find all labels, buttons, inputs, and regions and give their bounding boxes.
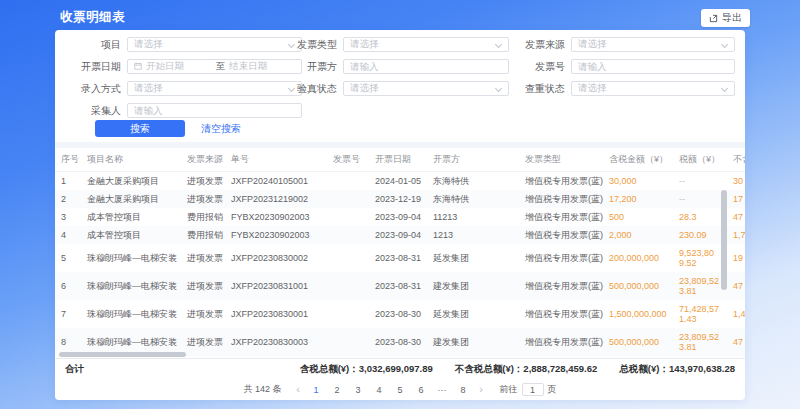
clear-search-link[interactable]: 清空搜索 bbox=[201, 122, 241, 136]
page-ellipsis[interactable]: ··· bbox=[437, 385, 448, 395]
table-row: 5珠穆朗玛峰—电梯安装进项发票JXFP202308300022023-08-31… bbox=[55, 244, 745, 272]
table-cell: 11213 bbox=[427, 208, 519, 226]
table-cell: 500 bbox=[603, 208, 673, 226]
table-cell: 进项发票 bbox=[181, 328, 225, 356]
invoice-date-label: 开票日期 bbox=[69, 60, 121, 74]
table-cell: 23,809,523.81 bbox=[673, 328, 727, 356]
total-without-tax: 不含税总额(¥)：2,888,728,459.62 bbox=[455, 363, 598, 376]
next-page-button[interactable]: › bbox=[476, 385, 487, 394]
table-row: 1金融大厦采购项目进项发票JXFP202401050012024-01-05东海… bbox=[55, 172, 745, 191]
table-cell: JXFP20240105001 bbox=[225, 172, 327, 191]
table-cell: 23,809,523.81 bbox=[673, 272, 727, 300]
invoice-date-range-picker[interactable]: 开始日期 至 结束日期 bbox=[127, 59, 302, 74]
table-cell: 3 bbox=[55, 208, 81, 226]
table-cell: 30,000 bbox=[603, 172, 673, 191]
goto-page: 前往 页 bbox=[500, 383, 557, 396]
filter-column-3: 发票来源 请选择 发票号 查重状态 请选择 bbox=[505, 30, 735, 96]
table-cell: 71,428,571.43 bbox=[673, 300, 727, 328]
entry-method-placeholder: 请选择 bbox=[134, 82, 163, 95]
table-cell: 进项发票 bbox=[181, 244, 225, 272]
table-cell: 1 bbox=[55, 172, 81, 191]
table-row: 4成本管控项目费用报销FYBX202309020032023-09-041213… bbox=[55, 226, 745, 244]
table-cell: 28.3 bbox=[673, 208, 727, 226]
page-number[interactable]: 1 bbox=[311, 385, 322, 395]
column-header: 项目名称 bbox=[81, 148, 181, 172]
page-list: 123456···8 bbox=[311, 385, 469, 395]
project-placeholder: 请选择 bbox=[134, 38, 163, 51]
search-button[interactable]: 搜索 bbox=[95, 120, 185, 137]
project-select[interactable]: 请选择 bbox=[127, 37, 302, 52]
table-cell: 47 bbox=[727, 208, 745, 226]
export-button[interactable]: 导出 bbox=[701, 9, 750, 27]
goto-label: 前往 bbox=[500, 383, 518, 396]
table-row: 2金融大厦采购项目进项发票JXFP202312190022023-12-19东海… bbox=[55, 190, 745, 208]
table-cell: 增值税专用发票(蓝) bbox=[519, 208, 603, 226]
table-cell: 2023-08-31 bbox=[369, 272, 427, 300]
invoice-type-select[interactable]: 请选择 bbox=[343, 37, 509, 52]
table-cell: 成本管控项目 bbox=[81, 208, 181, 226]
table-cell: JXFP20230831001 bbox=[225, 272, 327, 300]
invoice-source-select[interactable]: 请选择 bbox=[571, 37, 735, 52]
dup-check-status-select[interactable]: 请选择 bbox=[571, 81, 735, 96]
verify-status-select[interactable]: 请选择 bbox=[343, 81, 509, 96]
goto-suffix: 页 bbox=[548, 383, 557, 396]
table-cell: 5 bbox=[55, 244, 81, 272]
table-cell: 费用报销 bbox=[181, 226, 225, 244]
table-cell bbox=[327, 328, 369, 356]
table-cell: 47 bbox=[727, 328, 745, 356]
table-cell: 230.09 bbox=[673, 226, 727, 244]
table-cell: 建发集团 bbox=[427, 328, 519, 356]
page-number[interactable]: 4 bbox=[374, 385, 385, 395]
table-cell: 19 bbox=[727, 244, 745, 272]
issuer-field-wrap bbox=[343, 59, 509, 74]
table-cell: -- bbox=[673, 190, 727, 208]
table-cell: 200,000,000 bbox=[603, 244, 673, 272]
page-number[interactable]: 5 bbox=[395, 385, 406, 395]
column-header: 税额（¥） bbox=[673, 148, 727, 172]
goto-page-input[interactable] bbox=[522, 383, 544, 396]
table-row: 6珠穆朗玛峰—电梯安装进项发票JXFP202308310012023-08-31… bbox=[55, 272, 745, 300]
table-cell: 2024-01-05 bbox=[369, 172, 427, 191]
table-viewport: 序号项目名称发票来源单号发票号开票日期开票方发票类型含税金额（¥）税额（¥）不含… bbox=[55, 148, 745, 356]
table-row: 3成本管控项目费用报销FYBX202309020032023-09-041121… bbox=[55, 208, 745, 226]
page-title: 收票明细表 bbox=[60, 9, 125, 26]
project-label: 项目 bbox=[69, 38, 121, 52]
page-number[interactable]: 2 bbox=[332, 385, 343, 395]
table-cell: 增值税专用发票(蓝) bbox=[519, 300, 603, 328]
table-cell: 2 bbox=[55, 190, 81, 208]
calendar-icon bbox=[134, 61, 142, 72]
table-cell: 珠穆朗玛峰—电梯安装 bbox=[81, 244, 181, 272]
table-cell: 东海特供 bbox=[427, 190, 519, 208]
table-cell: 2023-08-30 bbox=[369, 328, 427, 356]
horizontal-scrollbar-thumb[interactable] bbox=[59, 352, 186, 357]
pagination: 共 142 条 ‹ 123456···8 › 前往 页 bbox=[55, 381, 745, 398]
entry-method-select[interactable]: 请选择 bbox=[127, 81, 302, 96]
filter-column-1: 项目 请选择 开票日期 开始日期 至 结束日期 录入方式 请选择 bbox=[69, 30, 302, 118]
table-cell: 延发集团 bbox=[427, 244, 519, 272]
table-cell: 成本管控项目 bbox=[81, 226, 181, 244]
entry-method-label: 录入方式 bbox=[69, 82, 121, 96]
page-number[interactable]: 3 bbox=[353, 385, 364, 395]
table-cell bbox=[327, 300, 369, 328]
table-cell: 4 bbox=[55, 226, 81, 244]
table-cell: 1,500,000,000 bbox=[603, 300, 673, 328]
chevron-down-icon bbox=[721, 85, 728, 92]
invoice-no-input[interactable] bbox=[578, 61, 728, 72]
page-number[interactable]: 8 bbox=[458, 385, 469, 395]
table-cell: 6 bbox=[55, 272, 81, 300]
table-cell: 9,523,809.52 bbox=[673, 244, 727, 272]
total-tax: 总税额(¥)：143,970,638.28 bbox=[619, 363, 735, 376]
collector-input[interactable] bbox=[134, 105, 295, 116]
table-cell: 增值税专用发票(蓝) bbox=[519, 244, 603, 272]
table-cell: 2023-12-19 bbox=[369, 190, 427, 208]
prev-page-button[interactable]: ‹ bbox=[293, 385, 304, 394]
page-number[interactable]: 6 bbox=[416, 385, 427, 395]
column-header: 发票号 bbox=[327, 148, 369, 172]
vertical-scrollbar-thumb[interactable] bbox=[721, 190, 727, 290]
table-cell: 7 bbox=[55, 300, 81, 328]
invoice-source-placeholder: 请选择 bbox=[578, 38, 607, 51]
issuer-input[interactable] bbox=[350, 61, 502, 72]
filter-column-2: 发票类型 请选择 开票方 验真状态 请选择 bbox=[277, 30, 509, 96]
table-cell: 进项发票 bbox=[181, 300, 225, 328]
table-cell: 增值税专用发票(蓝) bbox=[519, 190, 603, 208]
